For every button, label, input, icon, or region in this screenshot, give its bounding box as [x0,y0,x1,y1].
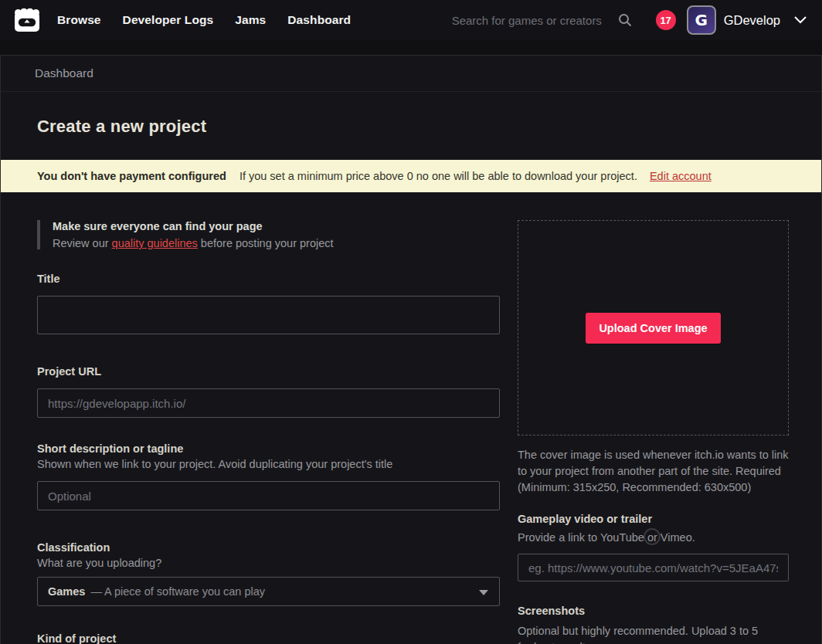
breadcrumb-bar: Dashboard [1,56,821,92]
classification-select[interactable]: Games — A piece of software you can play [37,577,500,606]
form-right-column: Upload Cover Image The cover image is us… [518,220,789,644]
quality-notice-title: Make sure everyone can find your page [53,220,500,232]
form-main: Make sure everyone can find your page Re… [1,192,821,644]
search-icon[interactable] [617,12,633,28]
project-url-label: Project URL [37,365,500,378]
cover-image-dropzone[interactable]: Upload Cover Image [518,220,789,436]
nav-dashboard[interactable]: Dashboard [287,13,351,27]
username[interactable]: GDevelop [724,13,780,28]
itchio-logo-icon[interactable] [12,5,43,35]
cover-image-help: The cover image is used whenever itch.io… [518,447,789,496]
form-left-column: Make sure everyone can find your page Re… [37,220,500,644]
quality-guidelines-link[interactable]: quality guidelines [112,237,198,249]
screenshots-label: Screenshots [518,605,789,617]
gameplay-video-label: Gameplay video or trailer [518,513,789,525]
title-field-group: Title [37,273,500,334]
notification-badge[interactable]: 17 [656,10,676,30]
banner-bold-text: You don't have payment configured [37,170,226,182]
avatar[interactable]: G [687,5,716,35]
search-input[interactable] [452,14,616,27]
quality-notice-body: Review our quality guidelines before pos… [53,237,500,249]
short-description-help: Shown when we link to your project. Avoi… [37,458,500,470]
top-navbar: Browse Developer Logs Jams Dashboard 17 … [0,0,822,40]
screenshots-help: Optional but highly recommended. Upload … [518,623,773,644]
payment-warning-banner: You don't have payment configured If you… [1,160,821,192]
classification-label: Classification [37,541,500,554]
banner-text: If you set a minimum price above 0 no on… [239,170,637,182]
heading-block: Create a new project [1,92,821,160]
notice-text-suffix: before posting your project [198,237,334,249]
select-dropdown-arrow-icon [479,590,488,595]
classification-selected-value: Games [48,585,85,598]
short-description-field-group: Short description or tagline Shown when … [37,442,500,510]
cursor-ring [644,528,661,545]
classification-field-group: Classification What are you uploading? G… [37,541,500,606]
short-description-label: Short description or tagline [37,442,500,455]
short-description-input[interactable] [37,481,500,510]
nav-developer-logs[interactable]: Developer Logs [123,13,214,27]
project-url-input[interactable] [37,388,500,418]
quality-notice: Make sure everyone can find your page Re… [37,220,500,249]
title-input[interactable] [37,296,500,334]
gameplay-video-input[interactable] [518,554,789,581]
navbar-right: 17 G GDevelop [452,5,807,35]
chevron-down-icon[interactable] [794,16,807,24]
upload-cover-image-button[interactable]: Upload Cover Image [586,313,720,344]
classification-help: What are you uploading? [37,557,500,569]
main-nav: Browse Developer Logs Jams Dashboard [57,13,351,27]
breadcrumb[interactable]: Dashboard [35,66,93,80]
page-container: Dashboard Create a new project You don't… [0,55,822,644]
gameplay-video-help-text: Provide a link to YouTube or Vimeo. [518,531,695,544]
nav-browse[interactable]: Browse [57,13,101,27]
kind-of-project-label: Kind of project [37,632,500,644]
project-url-field-group: Project URL [37,365,500,418]
edit-account-link[interactable]: Edit account [650,170,712,182]
page-title: Create a new project [37,117,787,137]
nav-jams[interactable]: Jams [235,13,266,27]
classification-selected-desc: — A piece of software you can play [90,585,265,598]
title-label: Title [37,273,500,285]
notice-text-prefix: Review our [53,237,112,249]
gameplay-video-help: Provide a link to YouTube or Vimeo. [518,531,789,544]
